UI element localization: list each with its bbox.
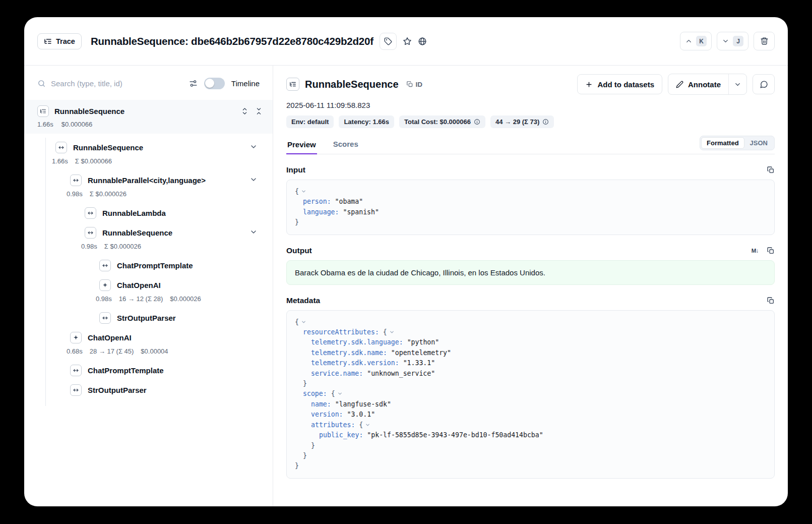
tree-item[interactable]: StrOutputParser bbox=[24, 383, 273, 396]
json-key: telemetry.sdk.version: bbox=[311, 359, 399, 367]
collapse-chevron-icon[interactable] bbox=[301, 189, 306, 194]
json-line: public_key:"pk-lf-5855d85e-3943-497e-bd1… bbox=[295, 430, 766, 440]
tree-root-selected[interactable]: RunnableSequence 1.66s $0.000066 bbox=[24, 100, 273, 134]
annotate-dropdown-caret[interactable] bbox=[728, 74, 746, 94]
tree-item[interactable]: RunnableSequence 1.66s Σ $0.000066 bbox=[24, 141, 273, 167]
json-value: "3.0.1" bbox=[347, 411, 376, 418]
tree-item[interactable]: ChatOpenAI 0.68s 28 → 17 (Σ 45) $0.00004 bbox=[24, 331, 273, 357]
trace-header-bar: Trace RunnableSequence: dbe646b2b67957d2… bbox=[24, 17, 788, 66]
annotate-label: Annotate bbox=[688, 80, 721, 89]
markdown-toggle-icon[interactable]: M↓ bbox=[752, 248, 759, 254]
latency-badge: Latency: 1.66s bbox=[339, 115, 394, 128]
tree-item-tokens: 16 → 12 (Σ 28) bbox=[119, 295, 163, 303]
tree-item[interactable]: ChatPromptTemplate bbox=[24, 364, 273, 377]
list-tree-icon bbox=[44, 37, 52, 45]
info-icon[interactable] bbox=[474, 119, 480, 125]
annotate-button[interactable]: Annotate bbox=[668, 74, 728, 94]
json-value: "obama" bbox=[335, 198, 363, 205]
json-key: telemetry.sdk.name: bbox=[311, 349, 387, 357]
add-to-datasets-label: Add to datasets bbox=[597, 80, 654, 89]
trace-tree-sidebar: Timeline RunnableSequence bbox=[24, 66, 273, 506]
collapse-chevron-icon[interactable] bbox=[365, 422, 370, 428]
chevron-down-icon bbox=[734, 81, 741, 88]
tree-item-cost: Σ $0.000026 bbox=[104, 243, 141, 250]
collapse-chevron-icon[interactable] bbox=[337, 391, 343, 396]
tab-preview[interactable]: Preview bbox=[286, 140, 317, 154]
span-type-icon bbox=[70, 174, 82, 186]
observation-detail-panel: RunnableSequence ID Add to datasets bbox=[273, 66, 788, 506]
json-line: } bbox=[295, 441, 766, 451]
tree-item-label: RunnableParallel<city,language> bbox=[88, 176, 206, 185]
chevron-up-icon bbox=[685, 37, 693, 45]
page-title: RunnableSequence: dbe646b2b67957d22e8780… bbox=[91, 35, 373, 47]
timeline-toggle[interactable] bbox=[204, 78, 225, 89]
tree-item-cost: Σ $0.000026 bbox=[90, 190, 127, 198]
delete-trace-button[interactable] bbox=[754, 32, 775, 50]
chevron-down-icon bbox=[722, 37, 729, 45]
trace-badge-label: Trace bbox=[56, 37, 75, 45]
span-type-icon bbox=[55, 142, 67, 153]
toggle-knob bbox=[205, 79, 214, 88]
tree-item[interactable]: StrOutputParser bbox=[24, 311, 273, 324]
next-trace-button[interactable]: J bbox=[717, 32, 748, 50]
tab-scores[interactable]: Scores bbox=[332, 140, 359, 154]
generation-type-icon bbox=[99, 279, 111, 291]
star-bookmark-button[interactable] bbox=[403, 37, 412, 46]
tree-root-label: RunnableSequence bbox=[54, 107, 124, 115]
chevron-down-icon[interactable] bbox=[249, 143, 258, 151]
json-line: person:"obama" bbox=[295, 197, 766, 207]
collapse-chevron-icon[interactable] bbox=[301, 319, 306, 325]
tree-item-label: StrOutputParser bbox=[88, 386, 147, 394]
plus-icon bbox=[585, 81, 593, 88]
format-formatted-button[interactable]: Formatted bbox=[701, 137, 744, 149]
json-line: } bbox=[295, 217, 766, 227]
star-icon bbox=[403, 37, 412, 46]
collapse-chevron-icon[interactable] bbox=[389, 329, 395, 335]
chevron-down-icon[interactable] bbox=[249, 228, 258, 236]
tree-item-duration: 1.66s bbox=[52, 157, 68, 165]
tree-item-cost: $0.000026 bbox=[170, 295, 201, 303]
tree-item[interactable]: ChatOpenAI 0.98s 16 → 12 (Σ 28) $0.00002… bbox=[24, 278, 273, 305]
json-line: } bbox=[295, 451, 766, 461]
tree-item[interactable]: RunnableLambda bbox=[24, 206, 273, 219]
json-line: attributes:{ bbox=[295, 420, 766, 430]
copy-icon[interactable] bbox=[767, 297, 775, 305]
search-input[interactable] bbox=[51, 79, 184, 88]
add-to-datasets-button[interactable]: Add to datasets bbox=[577, 74, 662, 94]
format-json-button[interactable]: JSON bbox=[744, 137, 773, 149]
json-line: { bbox=[295, 187, 766, 197]
json-value: "pk-lf-5855d85e-3943-497e-bd10-f50ad414b… bbox=[367, 431, 543, 439]
tree-item-label: ChatPromptTemplate bbox=[88, 366, 164, 375]
public-share-button[interactable] bbox=[418, 37, 427, 46]
info-icon[interactable] bbox=[542, 119, 549, 125]
copy-icon[interactable] bbox=[767, 247, 775, 255]
filter-sliders-icon[interactable] bbox=[189, 79, 198, 88]
comments-button[interactable] bbox=[753, 74, 775, 94]
expand-all-icon[interactable] bbox=[241, 107, 248, 115]
copy-icon[interactable] bbox=[767, 166, 775, 174]
tree-item-label: ChatPromptTemplate bbox=[117, 261, 193, 270]
tree-item[interactable]: RunnableParallel<city,language> 0.98s Σ … bbox=[24, 173, 273, 200]
json-line: scope:{ bbox=[295, 389, 766, 399]
copy-id-button[interactable]: ID bbox=[406, 81, 423, 88]
json-line: telemetry.sdk.language:"python" bbox=[295, 337, 766, 347]
json-value: "unknown_service" bbox=[367, 370, 435, 377]
previous-trace-button[interactable]: K bbox=[680, 32, 712, 50]
tree-item-duration: 0.68s bbox=[67, 347, 83, 355]
tree-item[interactable]: RunnableSequence 0.98s Σ $0.000026 bbox=[24, 226, 273, 252]
tree-item[interactable]: ChatPromptTemplate bbox=[24, 259, 273, 272]
json-value: "1.33.1" bbox=[403, 359, 435, 367]
chevron-down-icon[interactable] bbox=[249, 176, 258, 184]
comment-bubble-icon bbox=[760, 80, 768, 89]
annotate-split-button: Annotate bbox=[668, 74, 747, 95]
json-line: telemetry.sdk.name:"opentelemetry" bbox=[295, 348, 766, 358]
generation-type-icon bbox=[70, 332, 82, 343]
token-usage-badge: 44 → 29 (Σ 73) bbox=[490, 115, 554, 128]
json-value: "langfuse-sdk" bbox=[335, 400, 391, 408]
metadata-section-header: Metadata bbox=[286, 296, 775, 305]
tree-item-cost: Σ $0.000066 bbox=[75, 157, 112, 165]
output-heading: Output bbox=[286, 246, 312, 255]
tag-button[interactable] bbox=[380, 33, 397, 50]
tree-item-cost: $0.00004 bbox=[141, 347, 168, 355]
collapse-all-icon[interactable] bbox=[255, 107, 263, 115]
